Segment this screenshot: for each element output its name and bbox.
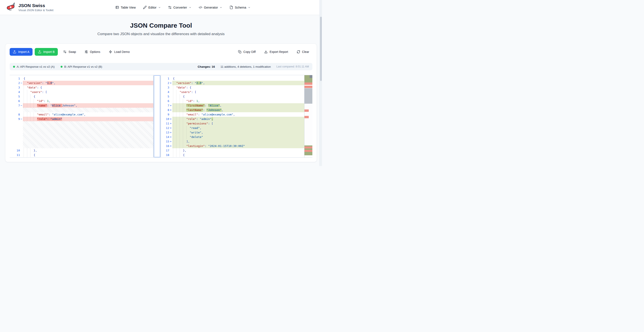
app-subtitle: Visual JSON Editor & Toolkit xyxy=(18,9,54,12)
status-dot-green xyxy=(13,66,15,68)
app-header: JSON Swiss Visual JSON Editor & Toolkit … xyxy=(0,0,322,15)
page-subtitle: Compare two JSON objects and visualize t… xyxy=(0,32,322,36)
code-line: 1{ xyxy=(161,76,304,81)
code-line: 11 { xyxy=(10,153,153,157)
diff-marker: − xyxy=(20,103,23,108)
minimap-mark xyxy=(304,86,312,88)
brand[interactable]: JSON Swiss Visual JSON Editor & Toolkit xyxy=(6,2,54,13)
line-number: 2 xyxy=(161,81,169,85)
diff-pane-b[interactable]: 1{2+ "version": "2.0",3 "data": {4 "user… xyxy=(161,75,304,157)
options-button[interactable]: Options xyxy=(81,48,104,56)
code-line: 13+ "write", xyxy=(161,130,304,135)
hero: JSON Compare Tool Compare two JSON objec… xyxy=(0,15,322,44)
gap-hatch xyxy=(23,108,153,112)
code-line: 2+ "version": "2.0", xyxy=(161,81,304,85)
minimap-mark xyxy=(310,75,312,78)
diff-gutter xyxy=(154,75,161,157)
minimap-mark xyxy=(304,150,312,152)
line-number: 10 xyxy=(10,148,20,153)
code-line: 8+ "lastName": "Johnson", xyxy=(161,108,304,112)
code-text: "role": "admin" xyxy=(23,117,153,121)
toolbar: Import A Import B Swap Options Load Demo xyxy=(10,48,312,56)
nav-editor[interactable]: Editor xyxy=(140,4,164,11)
line-number: 10 xyxy=(161,117,169,121)
line-number: 1 xyxy=(10,76,20,81)
button-label: Options xyxy=(90,50,100,54)
nav-label: Editor xyxy=(148,6,156,9)
code-text: "email": "alice@example.com", xyxy=(23,112,153,117)
chevron-down-icon xyxy=(220,6,222,9)
code-text: { xyxy=(23,94,153,99)
chevron-down-icon xyxy=(158,6,161,9)
code-text: "delete" xyxy=(172,135,304,139)
code-line: 2− "version": "1.0", xyxy=(10,81,153,85)
diff-marker xyxy=(20,85,23,90)
code-text: { xyxy=(172,76,304,81)
swap-button[interactable]: Swap xyxy=(60,48,79,56)
diff-marker xyxy=(169,112,172,117)
diff-marker xyxy=(169,148,172,153)
diff-marker: + xyxy=(169,126,172,130)
diff-marker: + xyxy=(169,121,172,126)
export-report-button[interactable]: Export Report xyxy=(261,48,291,56)
copy-diff-button[interactable]: Copy Diff xyxy=(235,48,259,56)
page-scrollbar-thumb[interactable] xyxy=(320,17,322,81)
code-line: 6 "id": 1, xyxy=(161,99,304,103)
button-label: Load Demo xyxy=(114,50,130,54)
nav-label: Converter xyxy=(174,6,187,9)
code-line: 7+ "firstName": "Alice", xyxy=(161,103,304,108)
code-text: "users": [ xyxy=(172,90,304,94)
code-text: ], xyxy=(172,139,304,144)
nav-converter[interactable]: Converter xyxy=(165,4,194,11)
diff-marker: + xyxy=(169,103,172,108)
zap-icon xyxy=(109,50,112,54)
nav-generator[interactable]: Generator xyxy=(196,4,225,11)
code-line: 4 "users": [ xyxy=(161,90,304,94)
line-number: 6 xyxy=(10,99,20,103)
code-text: "lastName": "Johnson", xyxy=(172,108,304,112)
diff-pane-a[interactable]: 1{2− "version": "1.0",3 "data": {4 "user… xyxy=(10,75,154,157)
code-text: "version": "2.0", xyxy=(172,81,304,85)
code-line: 3 "data": { xyxy=(10,85,153,90)
clear-button[interactable]: Clear xyxy=(294,48,312,56)
download-icon xyxy=(264,50,268,54)
line-number: 5 xyxy=(10,94,20,99)
code-line: 7− "name": "Alice Johnson", xyxy=(10,103,153,108)
line-number: 1 xyxy=(161,76,169,81)
status-sources: A: API Response v1 vs v2 (A) B: API Resp… xyxy=(13,65,102,68)
line-number: 6 xyxy=(161,99,169,103)
button-label: Copy Diff xyxy=(244,50,256,54)
line-number: 11 xyxy=(161,121,169,126)
code-text: "write", xyxy=(172,130,304,135)
code-text: "permissions": [ xyxy=(172,121,304,126)
load-demo-button[interactable]: Load Demo xyxy=(106,48,133,56)
diff-marker: − xyxy=(20,117,23,121)
refresh-icon xyxy=(297,50,300,54)
page-title: JSON Compare Tool xyxy=(0,22,322,29)
diff-view: 1{2− "version": "1.0",3 "data": {4 "user… xyxy=(10,75,312,158)
code-text: "data": { xyxy=(23,85,153,90)
diff-marker: + xyxy=(169,144,172,148)
line-number: 4 xyxy=(10,90,20,94)
diff-marker xyxy=(20,76,23,81)
diff-marker xyxy=(169,76,172,81)
button-label: Export Report xyxy=(270,50,288,54)
code-text: }, xyxy=(172,148,304,153)
nav-table-view[interactable]: Table View xyxy=(112,4,139,11)
import-a-button[interactable]: Import A xyxy=(10,48,32,56)
code-text: { xyxy=(172,153,304,157)
code-line: 9− "role": "admin" xyxy=(10,117,153,121)
diff-marker: + xyxy=(169,81,172,85)
code-text: "email": "alice@example.com", xyxy=(172,112,304,117)
sliders-icon xyxy=(84,50,88,54)
alignment-gap xyxy=(10,108,153,112)
diff-marker xyxy=(20,90,23,94)
last-compared: Last compared: 8:01:11 AM xyxy=(276,65,309,68)
code-text: "read", xyxy=(172,126,304,130)
diff-gutter-handle[interactable] xyxy=(154,75,160,157)
import-b-button[interactable]: Import B xyxy=(35,48,58,56)
diff-marker: + xyxy=(169,108,172,112)
nav-schema[interactable]: Schema xyxy=(226,4,254,11)
diff-minimap[interactable] xyxy=(304,75,312,157)
diff-marker: + xyxy=(169,135,172,139)
